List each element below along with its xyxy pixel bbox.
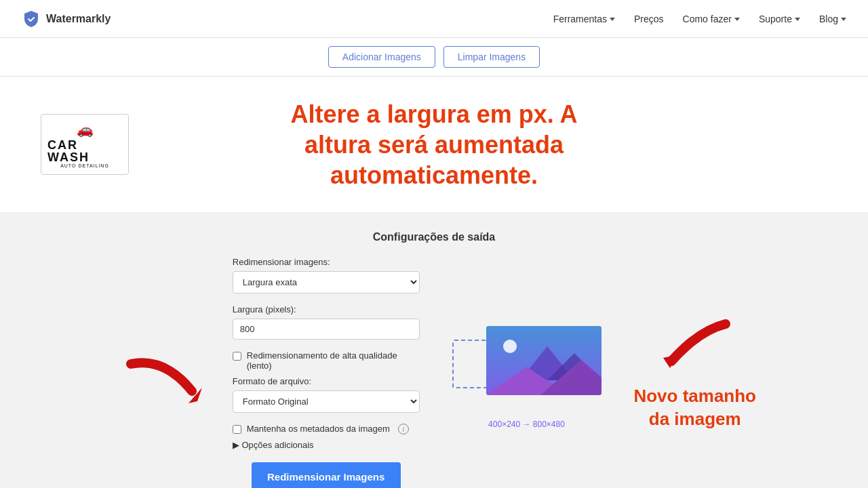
left-arrow-area [112,323,219,425]
width-label: Largura (pixels): [233,304,420,314]
settings-layout: Redimensionar imagens: Largura exata Alt… [112,257,756,488]
brand-logo: Watermarkly [22,9,111,28]
image-scene-svg [486,326,601,395]
resize-group: Redimensionar imagens: Largura exata Alt… [233,257,420,293]
diagram-label: 400×240 → 800×480 [488,420,565,429]
carwash-logo: 🚗 CAR WASH AUTO DETAILING [47,121,122,168]
carwash-text: CAR WASH [47,139,122,163]
svg-point-2 [503,340,517,353]
add-images-button[interactable]: Adicionar Imagens [328,46,435,68]
metadata-label: Mantenha os metadados da imagem [247,424,390,434]
car-icon: 🚗 [77,121,94,138]
chevron-down-icon [610,18,615,21]
resize-button[interactable]: Redimensionar Imagens [252,462,401,488]
annotation-novo-tamanho: Novo tamanho da imagem [633,385,756,431]
hq-checkbox[interactable] [233,352,241,361]
toolbar: Adicionar Imagens Limpar Imagens [0,38,868,77]
settings-title: Configurações de saída [0,231,868,243]
width-input[interactable] [233,319,420,340]
diagram-images [452,326,601,414]
navbar: Watermarkly Ferramentas Preços Como faze… [0,0,868,38]
carwash-subtext: AUTO DETAILING [60,163,109,168]
promo-text: Altere a largura em px. A altura será au… [291,99,578,190]
nav-suporte[interactable]: Suporte [759,14,800,24]
right-annotation-area: Novo tamanho da imagem [620,317,756,431]
arrow-right-icon [651,317,732,385]
preview-area: 🚗 CAR WASH AUTO DETAILING Altere a largu… [0,77,868,212]
hq-label: Redimensionamento de alta qualidade (len… [247,350,420,371]
arrow-left-icon [124,350,212,425]
settings-form: Redimensionar imagens: Largura exata Alt… [219,257,433,488]
format-select[interactable]: Formato Original JPEG PNG WEBP [233,390,420,413]
metadata-checkbox[interactable] [233,425,241,434]
image-thumbnail: 🚗 CAR WASH AUTO DETAILING [41,114,129,175]
metadata-checkbox-row: Mantenha os metadados da imagem i [233,424,420,434]
info-icon: i [398,424,409,434]
settings-area: Configurações de saída Redimensionar ima… [0,212,868,488]
large-image-preview [486,326,601,395]
clear-images-button[interactable]: Limpar Imagens [443,46,540,68]
additional-options[interactable]: ▶ Opções adicionais [233,440,420,450]
format-label: Formato de arquivo: [233,376,420,386]
nav-blog[interactable]: Blog [819,14,846,24]
diagram-area: 400×240 → 800×480 [433,319,620,429]
chevron-down-icon [795,18,800,21]
nav-links: Ferramentas Preços Como fazer Suporte Bl… [553,14,846,24]
shield-icon [22,9,41,28]
resize-select[interactable]: Largura exata Altura exata Largura máxim… [233,271,420,293]
nav-ferramentas[interactable]: Ferramentas [553,14,615,24]
chevron-down-icon [734,18,740,21]
brand-name: Watermarkly [46,13,111,25]
nav-precos[interactable]: Preços [634,14,664,24]
hq-checkbox-row: Redimensionamento de alta qualidade (len… [233,350,420,371]
nav-como-fazer[interactable]: Como fazer [683,14,740,24]
resize-label: Redimensionar imagens: [233,257,420,267]
width-group: Largura (pixels): [233,304,420,340]
format-group: Formato de arquivo: Formato Original JPE… [233,376,420,413]
chevron-down-icon [841,18,846,21]
